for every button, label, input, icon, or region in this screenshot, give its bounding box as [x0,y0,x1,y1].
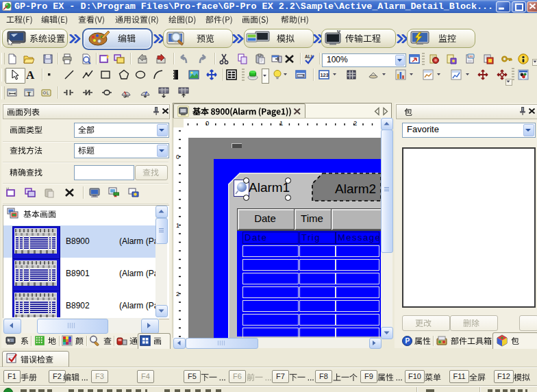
svg-text:123: 123 [320,72,329,78]
svg-text:T: T [27,90,32,97]
svg-text:csv: csv [469,55,474,58]
svg-text:L: L [47,90,49,95]
svg-text:P: P [405,337,410,345]
